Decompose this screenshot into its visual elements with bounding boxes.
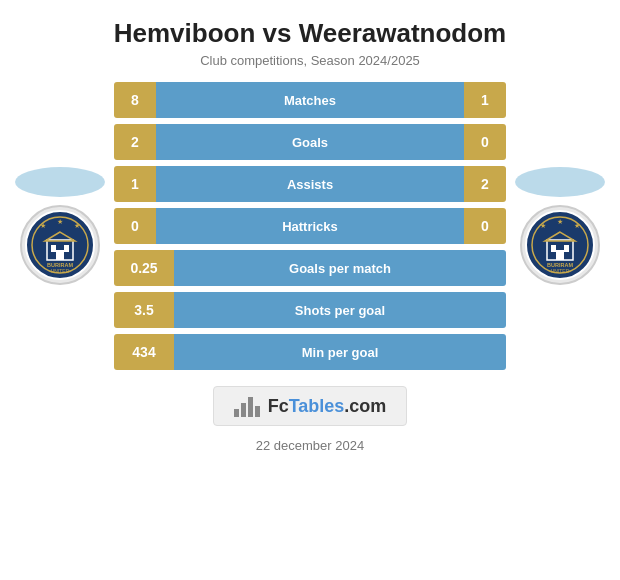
fctables-fc: Fc xyxy=(268,396,289,416)
stat-row-goals-per-match: 0.25 Goals per match xyxy=(114,250,506,286)
stats-container: 8 Matches 1 2 Goals 0 1 Assists 2 0 Hatt… xyxy=(110,82,510,370)
goals-left-value: 2 xyxy=(114,124,156,160)
svg-text:★: ★ xyxy=(574,222,580,229)
stat-row-hattricks: 0 Hattricks 0 xyxy=(114,208,506,244)
assists-left-value: 1 xyxy=(114,166,156,202)
svg-rect-8 xyxy=(56,250,64,260)
shots-per-goal-label: Shots per goal xyxy=(174,292,506,328)
oval-decoration-right xyxy=(515,167,605,197)
fctables-tables: Tables xyxy=(289,396,345,416)
stat-row-shots-per-goal: 3.5 Shots per goal xyxy=(114,292,506,328)
goals-per-match-label: Goals per match xyxy=(174,250,506,286)
svg-rect-18 xyxy=(551,245,556,252)
matches-label: Matches xyxy=(156,82,464,118)
assists-right-value: 2 xyxy=(464,166,506,202)
svg-text:UNITED: UNITED xyxy=(51,268,70,274)
svg-text:★: ★ xyxy=(74,222,80,229)
team-logo-left: ★ ★ ★ BURIRAM UNITED xyxy=(20,205,100,285)
shots-per-goal-value: 3.5 xyxy=(114,292,174,328)
team-right: ★ ★ ★ BURIRAM UNITED xyxy=(510,167,610,285)
matches-left-value: 8 xyxy=(114,82,156,118)
svg-rect-7 xyxy=(64,245,69,252)
chart-bar-2 xyxy=(241,403,246,417)
svg-text:★: ★ xyxy=(557,218,563,225)
fctables-com: .com xyxy=(344,396,386,416)
goals-right-value: 0 xyxy=(464,124,506,160)
stat-row-assists: 1 Assists 2 xyxy=(114,166,506,202)
svg-rect-19 xyxy=(564,245,569,252)
min-per-goal-value: 434 xyxy=(114,334,174,370)
goals-label: Goals xyxy=(156,124,464,160)
content-area: ★ ★ ★ BURIRAM UNITED 8 Matches 1 xyxy=(0,82,620,370)
fctables-logo-area: FcTables.com xyxy=(213,386,408,426)
footer-date: 22 december 2024 xyxy=(256,438,364,453)
svg-text:★: ★ xyxy=(540,222,546,229)
chart-bar-4 xyxy=(255,406,260,417)
stat-row-matches: 8 Matches 1 xyxy=(114,82,506,118)
hattricks-left-value: 0 xyxy=(114,208,156,244)
svg-text:★: ★ xyxy=(57,218,63,225)
page-header: Hemviboon vs Weerawatnodom Club competit… xyxy=(94,0,527,76)
hattricks-right-value: 0 xyxy=(464,208,506,244)
oval-decoration-left xyxy=(15,167,105,197)
svg-text:UNITED: UNITED xyxy=(551,268,570,274)
chart-icon xyxy=(234,395,260,417)
svg-text:★: ★ xyxy=(40,222,46,229)
svg-rect-6 xyxy=(51,245,56,252)
chart-bar-3 xyxy=(248,397,253,417)
match-subtitle: Club competitions, Season 2024/2025 xyxy=(114,53,507,68)
fctables-text: FcTables.com xyxy=(268,396,387,417)
matches-right-value: 1 xyxy=(464,82,506,118)
svg-rect-20 xyxy=(556,250,564,260)
team-left: ★ ★ ★ BURIRAM UNITED xyxy=(10,167,110,285)
hattricks-label: Hattricks xyxy=(156,208,464,244)
team-logo-right: ★ ★ ★ BURIRAM UNITED xyxy=(520,205,600,285)
min-per-goal-label: Min per goal xyxy=(174,334,506,370)
assists-label: Assists xyxy=(156,166,464,202)
stat-row-min-per-goal: 434 Min per goal xyxy=(114,334,506,370)
stat-row-goals: 2 Goals 0 xyxy=(114,124,506,160)
fctables-logo: FcTables.com xyxy=(213,386,408,426)
chart-bar-1 xyxy=(234,409,239,417)
goals-per-match-value: 0.25 xyxy=(114,250,174,286)
match-title: Hemviboon vs Weerawatnodom xyxy=(114,18,507,49)
